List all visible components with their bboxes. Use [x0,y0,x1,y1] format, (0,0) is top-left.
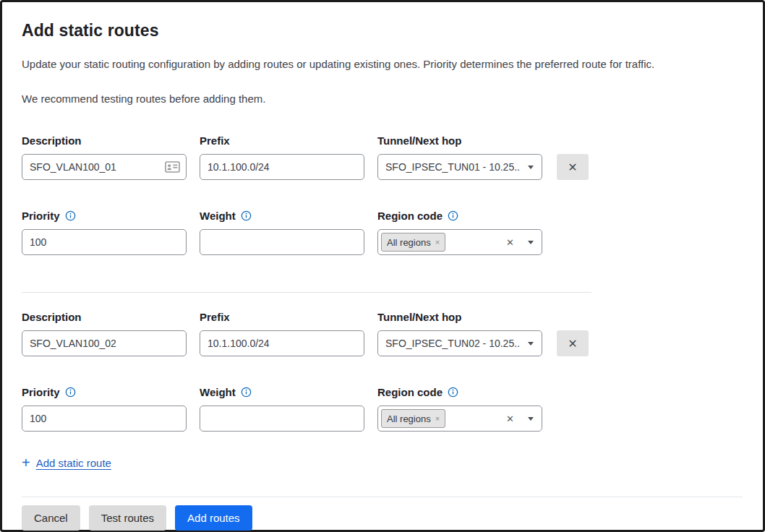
description-field-group: Description [22,310,187,356]
delete-route-button[interactable]: ✕ [557,154,589,180]
region-tag: All regions × [381,233,445,252]
tunnel-selected-value: SFO_IPSEC_TUN02 - 10.25... [385,338,520,349]
prefix-input[interactable] [200,330,364,356]
tunnel-field-group: Tunnel/Next hop SFO_IPSEC_TUN01 - 10.25.… [377,134,542,180]
prefix-label: Prefix [200,311,230,323]
description-input[interactable] [22,330,187,356]
chevron-down-icon [528,417,534,421]
clear-selection-icon[interactable]: ✕ [506,236,514,249]
dialog-footer: Cancel Test routes Add routes [22,505,743,531]
info-icon[interactable] [448,210,458,221]
priority-label: Priority [22,386,60,398]
chevron-down-icon [528,166,534,169]
region-code-field-group: Region code All regions × ✕ [377,385,542,432]
weight-label: Weight [200,210,236,222]
route-block-2: Description Prefix Tunnel/Next hop SFO_I… [22,310,743,432]
region-tag-label: All regions [387,237,431,248]
tunnel-selected-value: SFO_IPSEC_TUN01 - 10.25... [385,161,520,173]
tunnel-next-hop-select[interactable]: SFO_IPSEC_TUN02 - 10.25... [377,330,542,356]
tunnel-field-group: Tunnel/Next hop SFO_IPSEC_TUN02 - 10.25.… [377,310,542,356]
info-icon[interactable] [241,387,252,398]
dialog-title: Add static routes [22,21,743,40]
tunnel-next-hop-label: Tunnel/Next hop [377,311,461,323]
weight-input[interactable] [200,406,364,432]
weight-input[interactable] [200,229,364,255]
weight-field-group: Weight [200,385,364,432]
weight-field-group: Weight [200,209,364,255]
description-field-group: Description [22,134,187,180]
region-code-label: Region code [377,210,443,222]
plus-icon[interactable]: + [22,455,30,471]
weight-label: Weight [200,386,236,398]
delete-route-button[interactable]: ✕ [557,330,589,356]
tunnel-next-hop-select[interactable]: SFO_IPSEC_TUN01 - 10.25... [377,154,542,180]
test-routes-button[interactable]: Test routes [89,505,166,531]
cancel-button[interactable]: Cancel [22,505,80,531]
priority-field-group: Priority [22,385,187,432]
remove-tag-icon[interactable]: × [435,415,440,423]
priority-field-group: Priority [22,209,187,255]
clear-selection-icon[interactable]: ✕ [506,413,514,425]
prefix-label: Prefix [200,134,230,147]
description-label: Description [22,311,82,323]
info-icon[interactable] [241,210,252,221]
footer-divider [22,497,743,497]
add-static-route-link[interactable]: Add static route [36,457,111,469]
prefix-input[interactable] [200,154,364,180]
close-icon: ✕ [568,337,577,351]
priority-input[interactable] [22,406,187,432]
region-tag: All regions × [381,409,445,428]
route-block-1: Description Prefix [22,134,743,255]
close-icon: ✕ [568,160,577,174]
tunnel-next-hop-label: Tunnel/Next hop [377,134,461,147]
info-icon[interactable] [448,387,458,398]
region-code-multiselect[interactable]: All regions × ✕ [377,406,542,432]
chevron-down-icon [528,342,534,346]
contact-card-icon[interactable] [165,161,180,173]
description-input[interactable] [22,154,187,180]
chevron-down-icon [528,241,534,244]
prefix-field-group: Prefix [200,134,364,180]
remove-tag-icon[interactable]: × [435,239,440,246]
add-routes-button[interactable]: Add routes [175,505,252,531]
add-static-route-row: + Add static route [22,455,743,471]
region-code-multiselect[interactable]: All regions × ✕ [377,229,542,255]
prefix-field-group: Prefix [200,310,364,356]
priority-input[interactable] [22,229,187,255]
region-code-label: Region code [377,386,443,398]
dialog-intro-text: Update your static routing configuration… [22,58,743,70]
description-label: Description [22,134,82,147]
region-tag-label: All regions [387,413,431,424]
route-divider [22,292,591,293]
info-icon[interactable] [65,387,76,398]
region-code-field-group: Region code All regions × ✕ [377,209,542,255]
info-icon[interactable] [65,210,76,221]
priority-label: Priority [22,210,60,222]
add-static-routes-dialog: Add static routes Update your static rou… [0,0,765,532]
dialog-recommendation-text: We recommend testing routes before addin… [22,93,743,105]
